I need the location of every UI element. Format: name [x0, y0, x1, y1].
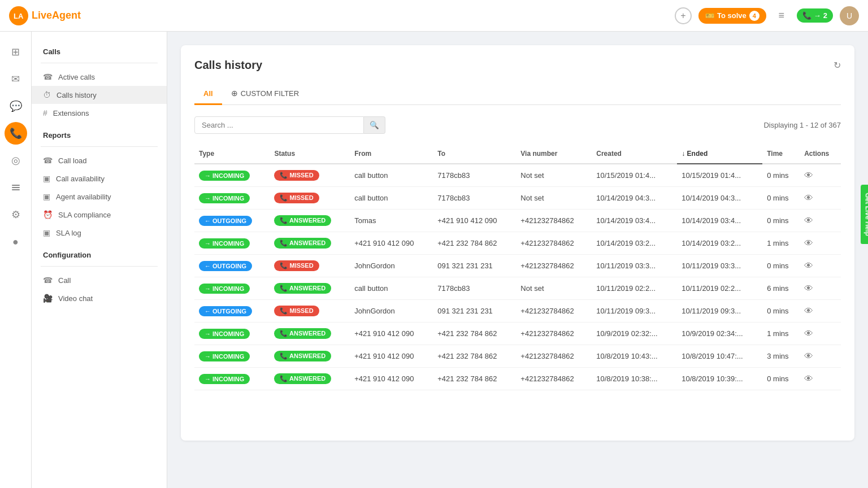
add-button[interactable]: + [675, 7, 692, 24]
sidebar-video-chat[interactable]: 🎥 Video chat [32, 289, 167, 307]
cell-ended-0: 10/15/2019 01:4... [677, 164, 762, 187]
ticket-icon: 🎫 [705, 11, 714, 20]
sidebar-sla-log[interactable]: ▣ SLA log [32, 224, 167, 242]
cell-ended-7: 10/9/2019 02:34:... [677, 323, 762, 345]
cell-time-9: 0 mins [762, 368, 800, 390]
sidebar-item-phone[interactable]: 📞 [5, 122, 27, 145]
cell-from-4: JohnGordon [350, 255, 433, 277]
cell-actions-2: 👁 [800, 210, 841, 232]
cell-created-7: 10/9/2019 02:32:... [592, 323, 677, 345]
cell-via-0: Not set [516, 164, 592, 187]
cell-type-0: → INCOMING [194, 164, 270, 187]
tab-custom-filter[interactable]: ⊕ CUSTOM FILTER [222, 83, 309, 105]
cell-created-6: 10/11/2019 09:3... [592, 300, 677, 323]
sidebar-item-dashboard[interactable]: ⊞ [5, 41, 27, 63]
cell-status-7: 📞 ANSWERED [270, 323, 350, 345]
view-action-8[interactable]: 👁 [804, 351, 813, 361]
cell-time-6: 0 mins [762, 300, 800, 323]
sidebar-item-reports-icon[interactable] [5, 176, 27, 199]
sidebar-call-load[interactable]: ☎ Call load [32, 151, 167, 169]
avatar[interactable]: U [840, 6, 859, 25]
cell-ended-6: 10/11/2019 09:3... [677, 300, 762, 323]
cell-status-3: 📞 ANSWERED [270, 232, 350, 255]
cell-ended-4: 10/11/2019 03:3... [677, 255, 762, 277]
sidebar-active-calls[interactable]: ☎ Active calls [32, 68, 167, 86]
sidebar-agent-availability[interactable]: ▣ Agent availability [32, 188, 167, 206]
cell-created-2: 10/14/2019 03:4... [592, 210, 677, 232]
agent-avail-icon: ▣ [43, 192, 50, 201]
live-help-button[interactable]: Get Live Help [861, 185, 868, 244]
cell-type-4: ← OUTGOING [194, 255, 270, 277]
sidebar-calls-history[interactable]: ⏱ Calls history [32, 86, 167, 104]
cell-type-2: ← OUTGOING [194, 210, 270, 232]
sidebar-item-analytics[interactable]: ◎ [5, 149, 27, 172]
tab-all[interactable]: All [194, 84, 222, 105]
logo-text: LiveAgent [32, 10, 81, 21]
sidebar-call-load-label: Call load [58, 156, 87, 165]
view-action-9[interactable]: 👁 [804, 374, 813, 384]
sidebar-extensions[interactable]: # Extensions [32, 104, 167, 122]
view-action-3[interactable]: 👁 [804, 238, 813, 248]
cell-type-9: → INCOMING [194, 368, 270, 390]
cell-from-2: Tomas [350, 210, 433, 232]
sidebar-sla-compliance[interactable]: ⏰ SLA compliance [32, 206, 167, 224]
table-row: → INCOMING 📞 ANSWERED +421 910 412 090 +… [194, 323, 841, 345]
sidebar-item-settings[interactable]: ⚙ [5, 203, 27, 226]
cell-created-8: 10/8/2019 10:43:... [592, 345, 677, 368]
view-action-5[interactable]: 👁 [804, 284, 813, 293]
cell-status-8: 📞 ANSWERED [270, 345, 350, 368]
view-action-6[interactable]: 👁 [804, 306, 813, 316]
cell-created-1: 10/14/2019 04:3... [592, 187, 677, 210]
sidebar-item-plugins[interactable]: ● [5, 230, 27, 253]
cell-from-8: +421 910 412 090 [350, 345, 433, 368]
sidebar-config-call[interactable]: ☎ Call [32, 271, 167, 289]
messages-button[interactable]: ≡ [773, 7, 790, 24]
view-action-4[interactable]: 👁 [804, 261, 813, 271]
col-status: Status [270, 145, 350, 164]
view-action-7[interactable]: 👁 [804, 329, 813, 338]
search-button[interactable]: 🔍 [364, 116, 385, 134]
video-icon: 🎥 [43, 294, 53, 303]
call-button[interactable]: 📞 → 2 [797, 8, 833, 23]
svg-rect-3 [12, 187, 20, 188]
main-content: Calls history ↻ All ⊕ CUSTOM FILTER 🔍 [167, 32, 868, 488]
table-row: → INCOMING 📞 MISSED call button 7178cb83… [194, 164, 841, 187]
status-badge-0: 📞 MISSED [274, 170, 319, 181]
calls-tbody: → INCOMING 📞 MISSED call button 7178cb83… [194, 164, 841, 390]
history-icon: ⏱ [43, 90, 51, 99]
tabs-bar: All ⊕ CUSTOM FILTER [194, 83, 841, 105]
cell-actions-5: 👁 [800, 277, 841, 300]
page-card: Calls history ↻ All ⊕ CUSTOM FILTER 🔍 [181, 45, 854, 441]
col-type: Type [194, 145, 270, 164]
status-badge-4: 📞 MISSED [274, 260, 319, 271]
tosolve-button[interactable]: 🎫 To solve 4 [698, 8, 766, 24]
cell-from-9: +421 910 412 090 [350, 368, 433, 390]
view-action-0[interactable]: 👁 [804, 171, 813, 180]
cell-from-5: call button [350, 277, 433, 300]
table-row: → INCOMING 📞 MISSED call button 7178cb83… [194, 187, 841, 210]
cell-status-9: 📞 ANSWERED [270, 368, 350, 390]
view-action-2[interactable]: 👁 [804, 216, 813, 225]
type-badge-0: → INCOMING [199, 171, 250, 181]
search-input[interactable] [194, 116, 364, 134]
sidebar-call-availability[interactable]: ▣ Call availability [32, 169, 167, 188]
cell-type-7: → INCOMING [194, 323, 270, 345]
table-container: Type Status From To Via number Created ↓… [194, 145, 841, 390]
cell-created-5: 10/11/2019 02:2... [592, 277, 677, 300]
view-action-1[interactable]: 👁 [804, 193, 813, 203]
col-ended[interactable]: ↓ Ended [677, 145, 762, 164]
type-badge-5: → INCOMING [199, 284, 250, 294]
refresh-button[interactable]: ↻ [834, 60, 841, 71]
table-row: ← OUTGOING 📞 MISSED JohnGordon 091 321 2… [194, 255, 841, 277]
sidebar-item-email[interactable]: ✉ [5, 68, 27, 90]
cell-via-7: +421232784862 [516, 323, 592, 345]
sidebar-item-chat[interactable]: 💬 [5, 95, 27, 117]
top-header: LA LiveAgent + 🎫 To solve 4 ≡ 📞 → 2 U [0, 0, 868, 32]
layout: ⊞ ✉ 💬 📞 ◎ ⚙ ● Calls ☎ Active calls ⏱ Cal… [0, 32, 868, 488]
cell-type-6: ← OUTGOING [194, 300, 270, 323]
status-badge-6: 📞 MISSED [274, 306, 319, 316]
cell-actions-8: 👁 [800, 345, 841, 368]
phone-small-icon: ☎ [43, 72, 53, 81]
status-badge-3: 📞 ANSWERED [274, 238, 331, 249]
cell-to-2: +421 910 412 090 [433, 210, 516, 232]
